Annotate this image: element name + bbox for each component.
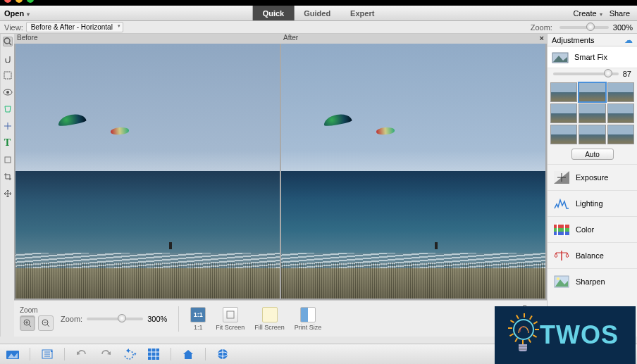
one-to-one-label: 1:1: [194, 324, 203, 331]
twos-text: TWOS: [540, 320, 619, 350]
lightbulb-icon: [512, 319, 536, 351]
traffic-close-icon[interactable]: [4, 0, 11, 3]
zoom-slider-thumb[interactable]: [586, 23, 595, 31]
divider: [178, 306, 179, 332]
zoom-slider-top[interactable]: [559, 26, 609, 29]
redo-button[interactable]: [99, 347, 113, 361]
fill-screen-button[interactable]: [262, 307, 278, 322]
svg-rect-22: [554, 225, 569, 228]
variant-thumb[interactable]: [579, 125, 605, 144]
view-options-bar: View: Before & After - Horizontal Zoom: …: [0, 21, 637, 34]
smart-fix-slider[interactable]: [553, 73, 619, 75]
sharpen-row[interactable]: Sharpen: [548, 268, 637, 294]
text-tool-icon[interactable]: T: [3, 138, 13, 148]
svg-rect-41: [148, 349, 159, 360]
color-label: Color: [576, 225, 594, 234]
tab-expert[interactable]: Expert: [340, 6, 384, 20]
svg-rect-23: [554, 228, 569, 232]
auto-button[interactable]: Auto: [571, 149, 614, 160]
lighting-icon: [553, 196, 570, 211]
adjustments-panel: Adjustments ☁ Smart Fix 87: [547, 34, 637, 337]
share-menu[interactable]: Share: [610, 9, 630, 18]
print-size-button[interactable]: [300, 307, 316, 322]
hand-tool-icon[interactable]: [3, 54, 13, 63]
exposure-row[interactable]: Exposure: [548, 164, 637, 190]
fit-buttons: 1:1 1:1 Fit Screen Fill Screen Print Siz…: [190, 307, 321, 331]
svg-rect-15: [227, 311, 234, 318]
adjustments-list: Exposure Lighting Color Balance Sharpen: [548, 164, 637, 294]
svg-rect-2: [4, 72, 11, 79]
svg-line-9: [29, 325, 31, 327]
balance-row[interactable]: Balance: [548, 242, 637, 268]
zoom-in-button[interactable]: [20, 315, 35, 331]
zoom-tool-icon[interactable]: [3, 37, 13, 46]
crop-tool-icon[interactable]: [3, 172, 13, 182]
svg-line-1: [9, 43, 11, 45]
smart-fix-slider-thumb[interactable]: [604, 69, 612, 77]
smart-fix-label: Smart Fix: [574, 53, 607, 61]
one-to-one-button[interactable]: 1:1: [190, 307, 206, 322]
variant-thumb[interactable]: [550, 82, 577, 102]
spot-heal-tool-icon[interactable]: [3, 155, 13, 165]
svg-point-4: [6, 91, 9, 94]
quick-select-tool-icon[interactable]: [3, 70, 13, 80]
home-icon[interactable]: [181, 347, 195, 361]
smart-fix-row[interactable]: Smart Fix: [548, 46, 637, 68]
close-document-button[interactable]: ×: [540, 34, 544, 42]
color-icon: [553, 222, 570, 237]
redeye-tool-icon[interactable]: [3, 87, 13, 97]
undo-button[interactable]: [75, 347, 89, 361]
whiten-teeth-tool-icon[interactable]: [3, 104, 13, 114]
lighting-row[interactable]: Lighting: [548, 190, 637, 216]
svg-marker-40: [126, 349, 129, 353]
zoom-slider-thumb-bottom[interactable]: [118, 314, 126, 322]
balance-icon: [553, 249, 570, 263]
variant-thumb[interactable]: [607, 82, 634, 102]
color-row[interactable]: Color: [548, 216, 637, 242]
grid-icon[interactable]: [147, 347, 161, 361]
lighting-label: Lighting: [576, 199, 603, 208]
tool-strip: T: [0, 34, 14, 337]
fill-screen-label: Fill Screen: [254, 324, 285, 331]
variant-thumb[interactable]: [579, 82, 605, 102]
fit-screen-button[interactable]: [223, 307, 238, 322]
view-mode-dropdown[interactable]: Before & After - Horizontal: [26, 22, 123, 32]
variant-thumb[interactable]: [579, 103, 605, 123]
before-image[interactable]: [16, 44, 280, 299]
rotate-button[interactable]: ▾: [123, 347, 137, 361]
after-label: After: [280, 34, 547, 44]
variant-thumb[interactable]: [550, 125, 577, 144]
svg-point-0: [4, 38, 10, 44]
exposure-icon: [553, 170, 570, 184]
variant-thumb[interactable]: [607, 103, 634, 123]
variant-thumb[interactable]: [550, 103, 577, 123]
variant-thumb[interactable]: [607, 125, 634, 144]
open-menu[interactable]: Open: [4, 9, 30, 18]
zoom-value-top: 300%: [613, 23, 633, 32]
traffic-minimize-icon[interactable]: [16, 0, 23, 3]
window-traffic-lights: [4, 0, 34, 3]
svg-marker-46: [183, 350, 193, 359]
zoom-out-button[interactable]: [38, 315, 54, 331]
sharpen-icon: [553, 275, 570, 289]
after-image[interactable]: [281, 44, 545, 299]
organizer-icon[interactable]: [40, 347, 54, 361]
cloud-sync-icon[interactable]: ☁: [624, 35, 633, 45]
twos-watermark: TWOS: [495, 306, 636, 364]
zoom-slider-bottom[interactable]: [87, 318, 143, 320]
move-tool-icon[interactable]: [3, 189, 13, 199]
layers-globe-icon[interactable]: [216, 347, 230, 361]
tab-guided[interactable]: Guided: [294, 6, 340, 20]
before-label: Before: [14, 34, 280, 44]
exposure-label: Exposure: [576, 173, 608, 182]
straighten-tool-icon[interactable]: [3, 121, 13, 131]
tab-quick[interactable]: Quick: [253, 6, 295, 20]
zoom-options-bar: Zoom Zoom: 300% 1:1 1:1: [14, 300, 547, 337]
mode-tabs: Quick Guided Expert: [253, 6, 385, 20]
photo-bin-icon[interactable]: [6, 347, 20, 361]
balance-label: Balance: [576, 251, 604, 260]
zoom-section-title: Zoom: [20, 306, 54, 314]
traffic-maximize-icon[interactable]: [27, 0, 34, 3]
create-menu[interactable]: Create: [574, 9, 602, 18]
app-menubar: Open Quick Guided Expert Create Share: [0, 6, 637, 21]
